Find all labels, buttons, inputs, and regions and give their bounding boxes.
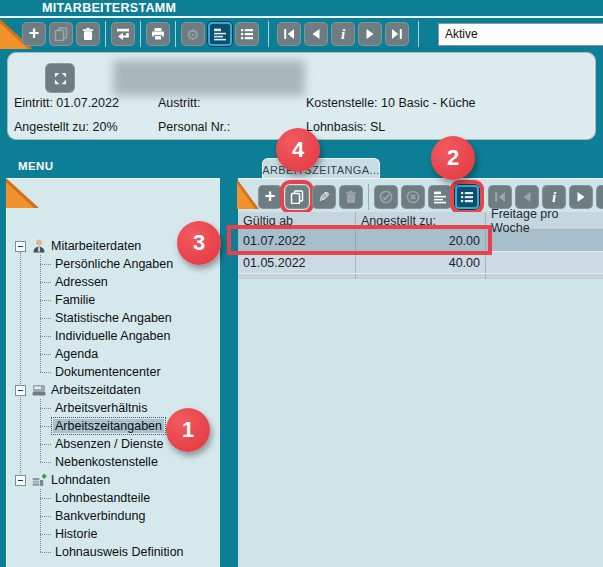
copy-icon	[290, 190, 304, 204]
transfer-button[interactable]	[111, 22, 135, 46]
collapse-minus-icon[interactable]	[15, 475, 26, 486]
field-lohnbasis: Lohnbasis: SL	[306, 120, 385, 134]
expand-arrows-icon	[53, 71, 68, 86]
record-info-button[interactable]: i	[331, 22, 355, 46]
collapse-minus-icon[interactable]	[15, 241, 26, 252]
table-empty-row	[238, 274, 603, 279]
detail-edit-button[interactable]: ✎	[312, 185, 336, 209]
last-record-button[interactable]	[385, 22, 409, 46]
plus-icon: +	[29, 24, 40, 42]
employee-filter-dropdown[interactable]: Aktive ∨	[438, 23, 603, 46]
column-header-freitage-pro-woche[interactable]: Freitage pro Woche	[486, 212, 603, 229]
detail-next-button[interactable]	[569, 185, 593, 209]
info-icon: i	[552, 189, 556, 206]
tree-node-arbeitszeitdaten[interactable]: Arbeitszeitdaten	[7, 381, 220, 399]
next-record-button[interactable]	[358, 22, 382, 46]
payroll-icon	[31, 472, 47, 488]
trash-icon	[81, 27, 95, 41]
annotation-rect-selected-row	[227, 225, 492, 255]
form-view-icon	[433, 190, 447, 204]
settings-button-disabled: ⚙	[181, 22, 205, 46]
navigation-tree: Mitarbeiterdaten Persönliche Angaben Adr…	[7, 237, 220, 561]
expand-panel-button[interactable]	[45, 63, 75, 93]
print-button[interactable]	[146, 22, 170, 46]
field-eintritt: Eintritt: 01.07.2022	[14, 96, 119, 110]
tree-item-historie[interactable]: Historie	[7, 525, 220, 543]
annotation-step-1: 1	[166, 408, 210, 452]
detail-add-button[interactable]: +	[258, 185, 282, 209]
copy-record-button-disabled	[49, 22, 73, 46]
tree-item-individuelle-angaben[interactable]: Individuelle Angaben	[7, 327, 220, 345]
last-record-icon	[390, 27, 404, 41]
list-view-icon	[240, 27, 254, 41]
copy-icon	[54, 27, 68, 41]
tree-item-lohnbestandteile[interactable]: Lohnbestandteile	[7, 489, 220, 507]
toolbar-separator	[175, 21, 176, 47]
title-bar: MITARBEITERSTAMM	[0, 0, 603, 16]
tree-item-bankverbindung[interactable]: Bankverbindung	[7, 507, 220, 525]
trash-icon	[344, 190, 358, 204]
mitarbeiterstamm-window: MITARBEITERSTAMM + ⚙	[0, 0, 603, 567]
cancel-button-disabled	[401, 185, 425, 209]
time-clock-icon	[31, 382, 47, 398]
tree-item-familie[interactable]: Familie	[7, 291, 220, 309]
tree-item-nebenkostenstelle[interactable]: Nebenkostenstelle	[7, 453, 220, 471]
toolbar-separator	[105, 21, 106, 47]
field-personal-nr: Personal Nr.:	[158, 120, 230, 134]
confirm-button-disabled	[374, 185, 398, 209]
detail-list-view-button-active[interactable]	[455, 185, 479, 209]
first-record-icon	[282, 27, 296, 41]
annotation-step-2: 2	[431, 136, 475, 180]
page-fold-corner-inner	[237, 183, 255, 209]
previous-record-button[interactable]	[304, 22, 328, 46]
transfer-icon	[116, 27, 130, 41]
detail-form-view-button[interactable]	[428, 185, 452, 209]
check-circle-icon	[379, 190, 393, 204]
employee-info-panel: Eintritt: 01.07.2022 Austritt: Kostenste…	[7, 52, 596, 140]
collapse-minus-icon[interactable]	[15, 385, 26, 396]
detail-previous-button-disabled	[515, 185, 539, 209]
delete-record-button[interactable]	[76, 22, 100, 46]
detail-copy-button[interactable]	[285, 185, 309, 209]
employee-name-redacted	[113, 60, 305, 96]
detail-delete-button-disabled	[339, 185, 363, 209]
toolbar-separator	[140, 21, 141, 47]
printer-icon	[151, 27, 165, 41]
toolbar-separator	[418, 21, 419, 47]
next-record-icon	[363, 27, 377, 41]
tree-item-agenda[interactable]: Agenda	[7, 345, 220, 363]
previous-record-icon	[309, 27, 323, 41]
tree-item-statistische-angaben[interactable]: Statistische Angaben	[7, 309, 220, 327]
add-record-button[interactable]: +	[22, 22, 46, 46]
field-austritt: Austritt:	[158, 96, 200, 110]
list-view-button[interactable]	[235, 22, 259, 46]
field-angestellt-zu: Angestellt zu: 20%	[14, 120, 118, 134]
form-view-button-active[interactable]	[208, 22, 232, 46]
detail-first-button-disabled	[488, 185, 512, 209]
first-record-button[interactable]	[277, 22, 301, 46]
plus-icon: +	[265, 187, 276, 205]
detail-info-button[interactable]: i	[542, 185, 566, 209]
next-record-icon	[574, 190, 588, 204]
field-kostenstelle: Kostenstelle: 10 Basic - Küche	[306, 96, 476, 110]
filter-selected-value: Aktive	[445, 27, 478, 41]
tree-node-lohndaten[interactable]: Lohndaten	[7, 471, 220, 489]
gear-icon: ⚙	[186, 27, 199, 42]
annotation-step-4: 4	[276, 128, 320, 172]
top-toolbar: + ⚙ i	[0, 18, 603, 50]
tree-item-dokumentencenter[interactable]: Dokumentencenter	[7, 363, 220, 381]
info-icon: i	[341, 26, 345, 43]
x-circle-icon	[406, 190, 420, 204]
form-view-icon	[213, 27, 227, 41]
list-view-icon	[460, 190, 474, 204]
page-fold-corner-inner	[6, 182, 34, 208]
annotation-step-3: 3	[177, 221, 221, 265]
table-row[interactable]: 01.05.2022 40.00	[238, 252, 603, 274]
page-title: MITARBEITERSTAMM	[42, 1, 176, 15]
toolbar-separator	[268, 21, 269, 47]
person-icon	[31, 238, 47, 254]
tree-item-adressen[interactable]: Adressen	[7, 273, 220, 291]
detail-last-button[interactable]	[596, 185, 603, 209]
tree-item-lohnausweis-definition[interactable]: Lohnausweis Definition	[7, 543, 220, 561]
first-record-icon	[493, 190, 507, 204]
